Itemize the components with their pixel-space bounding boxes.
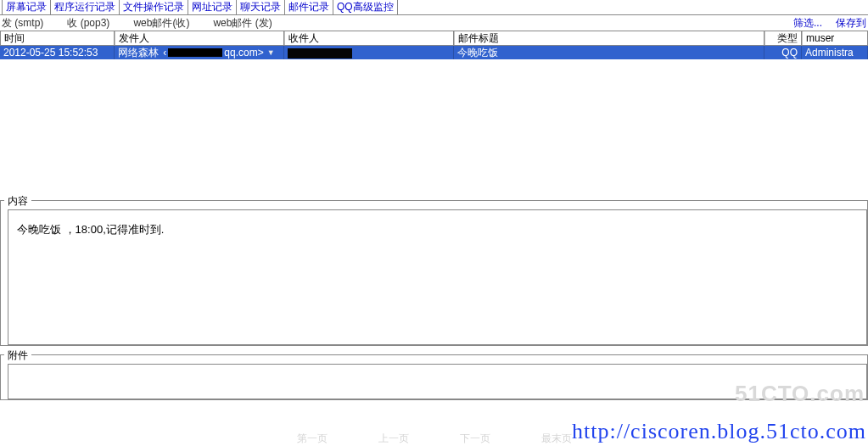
- col-subject[interactable]: 邮件标题: [454, 31, 764, 45]
- url-overlay: http://ciscoren.blog.51cto.com: [572, 419, 866, 444]
- redacted-to: [288, 48, 352, 59]
- subtab-pop3[interactable]: 收 (pop3): [65, 15, 120, 31]
- subtab-websend[interactable]: web邮件 (发): [211, 15, 282, 31]
- content-box: 今晚吃饭 ，18:00,记得准时到.: [8, 209, 867, 345]
- watermark: 51CTO.com: [735, 381, 865, 407]
- subtab-smtp[interactable]: 发 (smtp): [0, 15, 53, 31]
- col-time[interactable]: 时间: [0, 31, 115, 45]
- tab-file[interactable]: 文件操作记录: [120, 0, 188, 14]
- chevron-down-icon[interactable]: ▼: [267, 46, 275, 59]
- tab-mail[interactable]: 邮件记录: [285, 0, 333, 14]
- filter-link[interactable]: 筛选...: [793, 15, 822, 31]
- cell-from: 网络森林 ‹ qq.com> ▼: [115, 46, 284, 59]
- cell-muser: Administra: [802, 46, 868, 59]
- tab-process[interactable]: 程序运行记录: [51, 0, 120, 14]
- tab-qq[interactable]: QQ高级监控: [333, 0, 398, 14]
- cell-time: 2012-05-25 15:52:53: [0, 46, 115, 59]
- col-to[interactable]: 收件人: [284, 31, 454, 45]
- pager-prev[interactable]: 上一页: [378, 432, 409, 446]
- table-row[interactable]: 2012-05-25 15:52:53 网络森林 ‹ qq.com> ▼ 今晚吃…: [0, 46, 868, 59]
- pager-first[interactable]: 第一页: [297, 432, 328, 446]
- cell-type: QQ: [764, 46, 802, 59]
- save-link[interactable]: 保存到: [836, 15, 866, 31]
- tab-url[interactable]: 网址记录: [188, 0, 237, 14]
- content-fieldset: 内容 今晚吃饭 ，18:00,记得准时到.: [0, 200, 868, 346]
- cell-subject: 今晚吃饭: [454, 46, 764, 59]
- pager-next[interactable]: 下一页: [460, 432, 490, 446]
- pager-last[interactable]: 最末页: [541, 432, 572, 446]
- mail-body: 今晚吃饭 ，18:00,记得准时到.: [17, 223, 164, 236]
- cell-to: [284, 46, 454, 59]
- content-label: 内容: [4, 194, 31, 209]
- top-tabs: 屏幕记录 程序运行记录 文件操作记录 网址记录 聊天记录 邮件记录 QQ高级监控: [0, 0, 868, 15]
- col-from[interactable]: 发件人: [115, 31, 284, 45]
- tab-screen[interactable]: 屏幕记录: [2, 0, 51, 14]
- attach-label: 附件: [4, 348, 31, 363]
- col-muser[interactable]: muser: [802, 31, 868, 45]
- from-domain: qq.com>: [224, 46, 263, 59]
- sub-tabs-row: 发 (smtp) 收 (pop3) web邮件(收) web邮件 (发) 筛选.…: [0, 15, 868, 31]
- mail-table-header: 时间 发件人 收件人 邮件标题 类型 muser: [0, 31, 868, 46]
- redacted-email: [168, 48, 222, 57]
- subtab-webrecv[interactable]: web邮件(收): [132, 15, 199, 31]
- tab-chat[interactable]: 聊天记录: [237, 0, 285, 14]
- from-name: 网络森林: [118, 46, 159, 59]
- col-type[interactable]: 类型: [764, 31, 802, 45]
